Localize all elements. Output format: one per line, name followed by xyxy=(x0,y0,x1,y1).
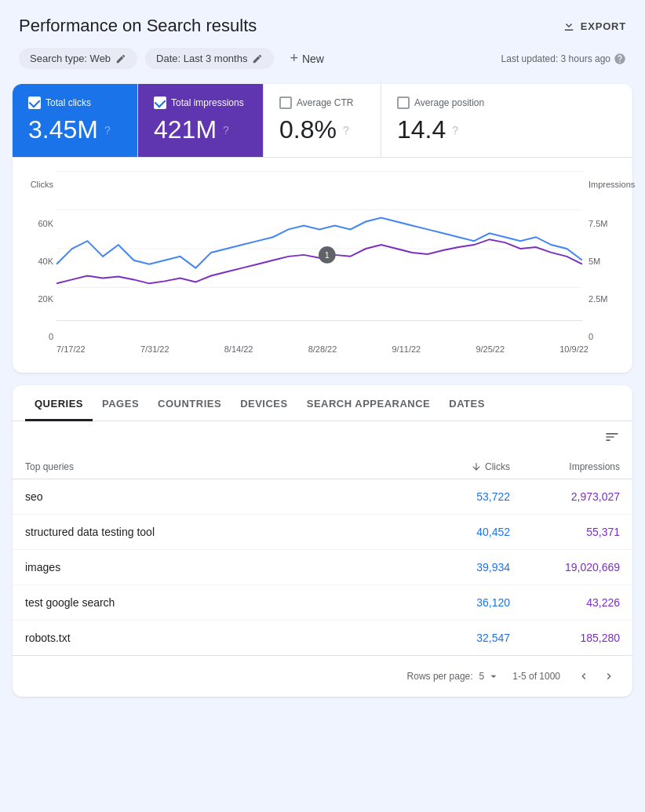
clicks-cell: 32,547 xyxy=(416,632,510,644)
metric-average-ctr[interactable]: Average CTR 0.8% ? xyxy=(264,84,381,157)
next-page-button[interactable] xyxy=(598,665,620,687)
metric-average-position[interactable]: Average position 14.4 ? xyxy=(381,84,507,157)
average-position-label: Average position xyxy=(397,96,491,109)
query-cell: robots.txt xyxy=(25,632,416,644)
chart-container: 1 xyxy=(56,170,582,330)
impressions-cell: 2,973,027 xyxy=(510,490,620,503)
tabs-row: QUERIES PAGES COUNTRIES DEVICES SEARCH A… xyxy=(13,385,632,421)
y-label-clicks: Clicks xyxy=(25,180,53,189)
average-ctr-value: 0.8% ? xyxy=(279,115,365,144)
new-button[interactable]: + New xyxy=(282,46,332,71)
col-header-clicks[interactable]: Clicks xyxy=(416,461,510,472)
performance-card: Total clicks 3.45M ? Total impressions 4… xyxy=(13,84,632,373)
clicks-cell: 40,452 xyxy=(416,526,510,538)
total-impressions-label: Total impressions xyxy=(154,96,247,109)
help-icon xyxy=(614,53,626,65)
table-row: test google search 36,120 43,226 xyxy=(13,585,632,621)
search-type-chip[interactable]: Search type: Web xyxy=(19,48,137,69)
tab-pages[interactable]: PAGES xyxy=(93,385,148,421)
tab-devices[interactable]: DEVICES xyxy=(231,385,297,421)
page-header: Performance on Search results EXPORT xyxy=(0,0,645,46)
total-clicks-value: 3.45M ? xyxy=(28,115,122,144)
filter-row xyxy=(13,421,632,455)
query-cell: images xyxy=(25,561,416,573)
impressions-checkbox[interactable] xyxy=(154,96,166,109)
clicks-cell: 53,722 xyxy=(416,490,510,503)
x-axis: 7/17/22 7/31/22 8/14/22 8/28/22 9/11/22 … xyxy=(25,341,620,354)
rows-per-page-select[interactable]: 5 xyxy=(479,670,501,683)
table-row: structured data testing tool 40,452 55,3… xyxy=(13,515,632,550)
svg-text:1: 1 xyxy=(325,250,330,260)
chevron-down-icon xyxy=(487,670,500,683)
metric-total-clicks[interactable]: Total clicks 3.45M ? xyxy=(13,84,138,157)
prev-page-button[interactable] xyxy=(573,665,595,687)
ctr-checkbox[interactable] xyxy=(279,96,292,109)
rows-per-page: Rows per page: 5 xyxy=(407,670,501,683)
table-row: images 39,934 19,020,669 xyxy=(13,550,632,585)
clicks-cell: 36,120 xyxy=(416,596,510,609)
tab-countries[interactable]: COUNTRIES xyxy=(148,385,231,421)
date-chip[interactable]: Date: Last 3 months xyxy=(145,48,274,69)
clicks-cell: 39,934 xyxy=(416,561,510,573)
filter-icon xyxy=(604,429,620,445)
toolbar: Search type: Web Date: Last 3 months + N… xyxy=(0,46,645,84)
chart-svg: 1 xyxy=(56,170,582,327)
chevron-left-icon xyxy=(578,670,590,683)
impressions-cell: 185,280 xyxy=(510,632,620,644)
chart-area: Clicks 60K 40K 20K 0 xyxy=(13,158,632,360)
impressions-cell: 43,226 xyxy=(510,596,620,609)
position-checkbox[interactable] xyxy=(397,96,410,109)
table-header: Top queries Clicks Impressions xyxy=(13,455,632,479)
col-header-query: Top queries xyxy=(25,461,416,472)
table-row: seo 53,722 2,973,027 xyxy=(13,479,632,515)
bottom-card: QUERIES PAGES COUNTRIES DEVICES SEARCH A… xyxy=(13,385,632,697)
tab-search-appearance[interactable]: SEARCH APPEARANCE xyxy=(297,385,440,421)
impressions-cell: 55,371 xyxy=(510,526,620,538)
average-position-value: 14.4 ? xyxy=(397,115,491,144)
y-axis-right: Impressions 7.5M 5M 2.5M 0 xyxy=(585,170,620,341)
page-title: Performance on Search results xyxy=(19,16,257,36)
metrics-row: Total clicks 3.45M ? Total impressions 4… xyxy=(13,84,632,158)
average-ctr-label: Average CTR xyxy=(279,96,365,109)
metric-total-impressions[interactable]: Total impressions 421M ? xyxy=(138,84,264,157)
sort-down-icon xyxy=(471,461,482,472)
pagination: Rows per page: 5 1-5 of 1000 xyxy=(13,655,632,697)
query-cell: seo xyxy=(25,490,416,503)
total-clicks-label: Total clicks xyxy=(28,96,122,109)
col-header-impressions: Impressions xyxy=(510,461,620,472)
edit-icon xyxy=(115,53,126,64)
query-cell: test google search xyxy=(25,596,416,609)
download-icon xyxy=(562,19,576,33)
filter-button[interactable] xyxy=(604,429,620,447)
last-updated: Last updated: 3 hours ago xyxy=(501,53,626,65)
page-navigation xyxy=(573,665,620,687)
y-axis-left: Clicks 60K 40K 20K 0 xyxy=(25,170,53,341)
edit-icon-2 xyxy=(252,53,263,64)
table-row: robots.txt 32,547 185,280 xyxy=(13,621,632,655)
impressions-cell: 19,020,669 xyxy=(510,561,620,573)
clicks-checkbox[interactable] xyxy=(28,96,41,109)
total-impressions-value: 421M ? xyxy=(154,115,247,144)
export-button[interactable]: EXPORT xyxy=(562,19,626,33)
tab-queries[interactable]: QUERIES xyxy=(25,385,93,421)
chevron-right-icon xyxy=(603,670,615,683)
page-info: 1-5 of 1000 xyxy=(512,671,560,682)
table-body: seo 53,722 2,973,027 structured data tes… xyxy=(13,479,632,655)
query-cell: structured data testing tool xyxy=(25,526,416,538)
tab-dates[interactable]: DATES xyxy=(439,385,494,421)
